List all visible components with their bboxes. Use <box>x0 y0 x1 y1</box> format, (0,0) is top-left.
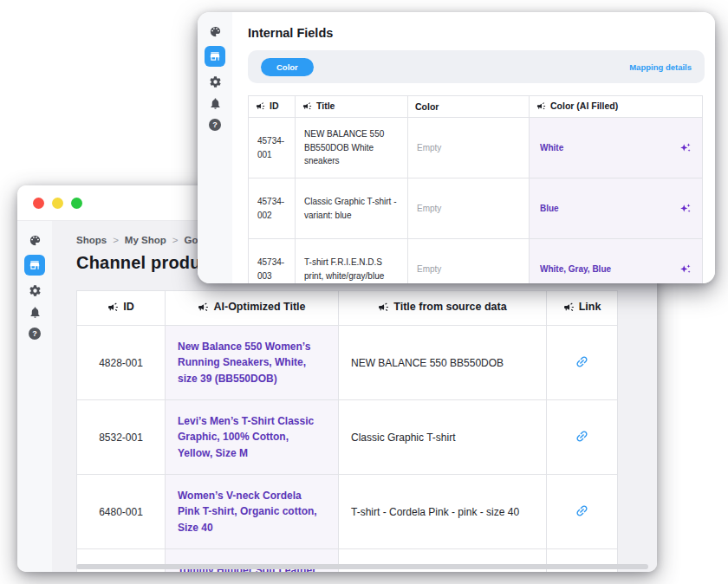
internal-fields-content: Internal Fields Color Mapping details ID… <box>232 12 715 283</box>
palette-icon[interactable] <box>28 233 42 247</box>
product-id: 6480-001 <box>77 475 166 549</box>
breadcrumb-my-shop[interactable]: My Shop <box>125 235 166 245</box>
column-header-ai-title: AI-Optimized Title <box>166 291 339 326</box>
ai-optimized-title: New Balance 550 Women’s Running Sneakers… <box>166 326 339 400</box>
storefront-icon[interactable] <box>24 255 45 276</box>
color-filter-chip[interactable]: Color <box>261 58 314 76</box>
column-header-id: ID <box>249 96 296 118</box>
link-icon[interactable] <box>575 429 589 444</box>
minimize-window-button[interactable] <box>52 198 63 209</box>
table-row: 4828-001 New Balance 550 Women’s Running… <box>77 326 618 400</box>
product-id: 45734-001 <box>249 118 296 178</box>
color-value: Empty <box>408 178 530 239</box>
table-row: 8532-001 Levi’s Men’s T-Shirt Classic Gr… <box>77 400 618 475</box>
column-header-title: Title <box>296 96 408 118</box>
sidebar: ? <box>17 221 52 572</box>
source-title: NEW BALANCE 550 BB550DOB <box>339 326 547 400</box>
megaphone-icon <box>198 302 209 313</box>
close-window-button[interactable] <box>33 198 44 209</box>
link-icon[interactable] <box>575 354 589 369</box>
storefront-icon[interactable] <box>205 46 225 67</box>
internal-fields-window: ? Internal Fields Color Mapping details … <box>198 12 715 283</box>
bell-icon[interactable] <box>28 305 42 319</box>
help-icon[interactable]: ? <box>28 327 42 341</box>
ai-color-value: Blue <box>540 202 559 216</box>
source-title: T-shirt - Cordela Pink - pink - size 40 <box>339 475 547 549</box>
product-id: 8532-001 <box>77 400 166 475</box>
table-header-row: ID Title Color Color (AI Filled) <box>249 96 703 118</box>
palette-icon[interactable] <box>208 24 222 38</box>
internal-fields-table: ID Title Color Color (AI Filled) 45734-0… <box>248 95 703 283</box>
ai-color-value: White <box>540 141 563 155</box>
product-id: 4828-001 <box>77 326 166 400</box>
megaphone-icon <box>378 302 389 313</box>
gear-icon[interactable] <box>28 283 42 297</box>
column-header-link: Link <box>547 291 618 326</box>
table-row: 6480-001 Women’s V-neck Cordela Pink T-s… <box>77 475 618 549</box>
megaphone-icon <box>107 302 119 313</box>
product-title: NEW BALANCE 550 BB550DOB White sneakers <box>296 118 408 178</box>
mapping-details-link[interactable]: Mapping details <box>629 62 692 72</box>
product-title: T-shirt F.R.I.E.N.D.S print, white/gray/… <box>296 239 408 284</box>
ai-optimized-title: Levi’s Men’s T-Shirt Classic Graphic, 10… <box>166 400 339 475</box>
ai-optimized-title: Women’s V-neck Cordela Pink T-shirt, Org… <box>166 475 339 549</box>
panel-title: Internal Fields <box>248 26 705 40</box>
column-header-ai-color: Color (AI Filled) <box>530 96 703 118</box>
source-title: Classic Graphic T-shirt <box>339 400 547 475</box>
table-row: 45734-003 T-shirt F.R.I.E.N.D.S print, w… <box>249 239 703 284</box>
maximize-window-button[interactable] <box>71 198 82 209</box>
bell-icon[interactable] <box>208 96 222 110</box>
column-header-id: ID <box>77 291 166 326</box>
table-row: 45734-002 Classic Graphic T-shirt - vari… <box>249 178 703 239</box>
ai-color-value: White, Gray, Blue <box>540 263 611 276</box>
color-value: Empty <box>408 239 530 284</box>
sidebar: ? <box>198 12 232 283</box>
product-title: Classic Graphic T-shirt - variant: blue <box>296 178 408 239</box>
link-icon[interactable] <box>575 503 589 518</box>
help-icon[interactable]: ? <box>208 118 222 132</box>
horizontal-scrollbar[interactable] <box>76 564 648 569</box>
product-id: 45734-002 <box>249 178 296 239</box>
sparkles-icon[interactable] <box>679 263 692 276</box>
megaphone-icon <box>302 101 312 111</box>
breadcrumb-separator: > <box>113 235 119 245</box>
breadcrumb-shops[interactable]: Shops <box>76 235 107 245</box>
gear-icon[interactable] <box>208 75 222 88</box>
table-row: 45734-001 NEW BALANCE 550 BB550DOB White… <box>249 118 703 178</box>
sparkles-icon[interactable] <box>679 142 692 154</box>
sparkles-icon[interactable] <box>679 203 692 215</box>
megaphone-icon <box>563 302 575 313</box>
column-header-color: Color <box>408 96 530 118</box>
channel-products-table: ID AI-Optimized Title Title from source … <box>76 290 618 572</box>
filter-bar: Color Mapping details <box>248 50 705 83</box>
megaphone-icon <box>536 101 546 111</box>
color-value: Empty <box>408 118 530 178</box>
product-id: 45734-003 <box>249 239 296 284</box>
megaphone-icon <box>256 101 265 111</box>
breadcrumb-separator: > <box>172 235 179 245</box>
table-header-row: ID AI-Optimized Title Title from source … <box>77 291 618 326</box>
column-header-source-title: Title from source data <box>339 291 547 326</box>
